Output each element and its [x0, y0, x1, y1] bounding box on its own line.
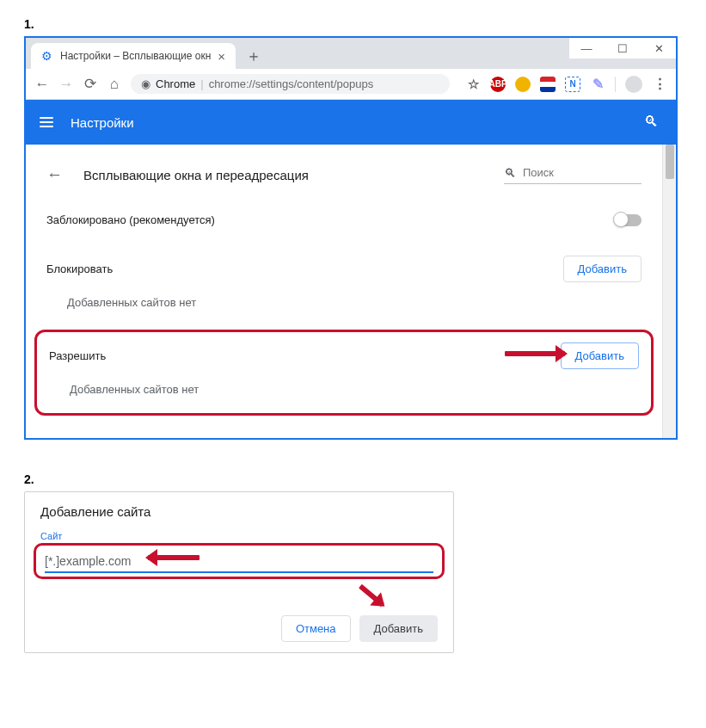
tab-strip: ⚙ Настройки – Всплывающие окн × ＋ ― ☐ ✕	[26, 38, 676, 69]
adblock-icon[interactable]: ABP	[490, 77, 506, 92]
window-maximize-icon[interactable]: ☐	[617, 43, 628, 53]
extension-icons: ☆ ABP N ✎ ⋮	[465, 76, 667, 93]
step-2-label: 2.	[24, 472, 682, 486]
extension-globe-icon[interactable]	[515, 77, 531, 92]
home-icon[interactable]: ⌂	[107, 77, 122, 92]
forward-icon[interactable]: →	[58, 77, 74, 92]
new-tab-button[interactable]: ＋	[244, 46, 263, 65]
profile-avatar-icon[interactable]	[625, 76, 642, 93]
address-bar[interactable]: ◉ Chrome | chrome://settings/content/pop…	[131, 74, 450, 94]
blocked-toggle-label: Заблокировано (рекомендуется)	[46, 213, 215, 226]
annotation-arrow-icon	[505, 351, 565, 356]
search-icon: 🔍︎	[504, 166, 516, 180]
extension-n-icon[interactable]: N	[565, 77, 580, 92]
dialog-title: Добавление сайта	[40, 504, 438, 519]
gear-icon: ⚙	[41, 50, 53, 62]
add-site-dialog: Добавление сайта Сайт Отмена Добавить	[24, 491, 454, 653]
kebab-menu-icon[interactable]: ⋮	[652, 77, 667, 92]
scrollbar[interactable]	[662, 145, 676, 438]
site-field-label: Сайт	[40, 531, 438, 541]
site-field-highlight	[34, 543, 445, 579]
step-1-label: 1.	[24, 17, 682, 31]
back-icon[interactable]: ←	[34, 77, 50, 92]
omnibox-protocol: Chrome	[156, 77, 195, 90]
search-icon[interactable]: 🔍︎	[644, 114, 659, 131]
browser-window: ⚙ Настройки – Всплывающие окн × ＋ ― ☐ ✕ …	[24, 36, 678, 440]
allow-empty-message: Добавленных сайтов нет	[49, 376, 639, 396]
site-input[interactable]	[45, 551, 433, 573]
search-input[interactable]	[523, 166, 642, 179]
scrollbar-thumb[interactable]	[666, 145, 674, 179]
close-icon[interactable]: ×	[218, 49, 225, 64]
hamburger-menu-icon[interactable]	[40, 117, 53, 127]
allow-section-highlight: Разрешить Добавить Добавленных сайтов не…	[34, 330, 654, 416]
cancel-button[interactable]: Отмена	[281, 615, 351, 642]
annotation-arrow-icon	[148, 555, 200, 560]
allow-section-label: Разрешить	[49, 349, 106, 362]
in-page-search[interactable]: 🔍︎	[504, 166, 642, 184]
extension-flag-icon[interactable]	[540, 77, 556, 92]
tab-title: Настройки – Всплывающие окн	[60, 50, 211, 62]
add-allow-button[interactable]: Добавить	[561, 342, 639, 369]
omnibox-url: chrome://settings/content/popups	[209, 77, 374, 90]
extension-feather-icon[interactable]: ✎	[590, 77, 605, 92]
back-arrow-icon[interactable]: ←	[46, 165, 63, 184]
blocked-toggle[interactable]	[614, 214, 642, 226]
reload-icon[interactable]: ⟳	[83, 77, 98, 92]
page-title: Всплывающие окна и переадресация	[83, 168, 309, 182]
browser-toolbar: ← → ⟳ ⌂ ◉ Chrome | chrome://settings/con…	[26, 69, 676, 100]
chrome-icon: ◉	[141, 77, 150, 90]
add-block-button[interactable]: Добавить	[563, 256, 642, 282]
annotation-arrow-icon	[359, 584, 384, 607]
bookmark-star-icon[interactable]: ☆	[465, 77, 481, 92]
block-empty-message: Добавленных сайтов нет	[46, 289, 642, 309]
toolbar-divider	[615, 77, 616, 92]
window-minimize-icon[interactable]: ―	[581, 43, 592, 53]
settings-title: Настройки	[71, 115, 134, 130]
browser-tab[interactable]: ⚙ Настройки – Всплывающие окн ×	[31, 43, 236, 69]
settings-header: Настройки 🔍︎	[26, 100, 676, 145]
add-button[interactable]: Добавить	[359, 615, 438, 642]
block-section-label: Блокировать	[46, 262, 113, 275]
window-close-icon[interactable]: ✕	[654, 43, 664, 53]
